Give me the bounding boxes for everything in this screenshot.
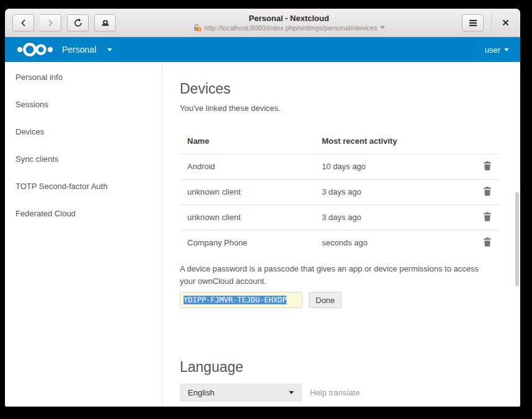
- sidebar-item-sync-clients[interactable]: Sync clients: [5, 146, 162, 173]
- nextcloud-logo: [16, 42, 55, 58]
- reload-icon: [73, 18, 83, 28]
- device-name: Android: [180, 154, 314, 179]
- back-button[interactable]: [12, 14, 34, 32]
- delete-device-icon[interactable]: [482, 211, 492, 222]
- device-password-input[interactable]: YDIPP-FJMVR-TEJDU-EHXDP: [180, 292, 303, 308]
- new-tab-icon: [100, 18, 110, 28]
- col-header-name: Name: [180, 129, 314, 154]
- browser-window: Personal - Nextcloud http://localhost:80…: [5, 9, 520, 407]
- device-password-row: YDIPP-FJMVR-TEJDU-EHXDP Done: [180, 292, 520, 308]
- help-translate-link[interactable]: Help translate: [310, 388, 360, 397]
- titlebar-center: Personal - Nextcloud http://localhost:80…: [116, 14, 462, 32]
- new-tab-button[interactable]: [94, 14, 116, 32]
- devices-table: Name Most recent activity Android 10 day…: [180, 129, 500, 255]
- device-activity: 3 days ago: [314, 179, 471, 205]
- app-menu-caret-icon: [107, 48, 112, 51]
- sidebar-item-sessions[interactable]: Sessions: [5, 91, 162, 118]
- sidebar-item-devices[interactable]: Devices: [5, 118, 162, 146]
- window-title: Personal - Nextcloud: [116, 14, 462, 24]
- user-menu-label: user: [485, 45, 500, 55]
- back-icon: [19, 19, 28, 27]
- table-row: unknown client 3 days ago: [180, 179, 500, 205]
- url-bar[interactable]: http://localhost:8080/index.php/settings…: [116, 24, 462, 32]
- url-caret-icon: [380, 26, 385, 30]
- titlebar-separator: [491, 14, 492, 32]
- table-row: unknown client 3 days ago: [180, 205, 500, 230]
- device-password-note: A device password is a passcode that giv…: [180, 263, 490, 288]
- device-activity: 3 days ago: [314, 205, 471, 230]
- user-menu[interactable]: user: [485, 45, 509, 55]
- forward-icon: [46, 19, 55, 27]
- user-menu-caret-icon: [504, 48, 509, 51]
- hamburger-menu-icon: [468, 19, 478, 27]
- titlebar-right: [462, 14, 513, 32]
- device-password-value: YDIPP-FJMVR-TEJDU-EHXDP: [184, 296, 286, 304]
- settings-sidebar: Personal info Sessions Devices Sync clie…: [5, 62, 162, 406]
- delete-device-icon[interactable]: [482, 161, 492, 171]
- device-activity: 10 days ago: [314, 154, 471, 179]
- insecure-lock-icon: [193, 24, 202, 32]
- sidebar-item-totp[interactable]: TOTP Second-factor Auth: [5, 173, 162, 200]
- nextcloud-header: Personal user: [5, 37, 520, 62]
- sidebar-item-personal-info[interactable]: Personal info: [5, 64, 162, 91]
- device-name: unknown client: [180, 205, 314, 230]
- menu-button[interactable]: [462, 14, 484, 32]
- reload-button[interactable]: [67, 14, 89, 32]
- scrollbar-thumb[interactable]: [515, 192, 519, 286]
- devices-panel: Devices You've linked these devices. Nam…: [162, 62, 520, 406]
- language-row: English Help translate: [180, 384, 520, 402]
- table-row: Company Phone seconds ago: [180, 230, 500, 255]
- language-selected-value: English: [188, 388, 215, 397]
- devices-title: Devices: [180, 81, 520, 97]
- col-header-activity: Most recent activity: [314, 129, 471, 154]
- app-menu[interactable]: Personal: [16, 42, 112, 58]
- app-menu-label: Personal: [62, 45, 96, 55]
- device-name: Company Phone: [180, 230, 314, 255]
- delete-device-icon[interactable]: [482, 186, 492, 196]
- settings-content: Personal info Sessions Devices Sync clie…: [5, 62, 520, 406]
- close-button[interactable]: [498, 15, 513, 30]
- language-title: Language: [180, 359, 520, 376]
- table-row: Android 10 days ago: [180, 154, 500, 179]
- forward-button[interactable]: [40, 14, 61, 32]
- history-nav: [12, 14, 61, 32]
- language-select[interactable]: English: [180, 384, 302, 402]
- close-icon: [502, 19, 510, 27]
- delete-device-icon[interactable]: [482, 237, 492, 247]
- devices-subtitle: You've linked these devices.: [180, 104, 520, 113]
- device-activity: seconds ago: [314, 230, 471, 255]
- done-button[interactable]: Done: [309, 292, 342, 308]
- select-caret-icon: [289, 391, 294, 394]
- titlebar: Personal - Nextcloud http://localhost:80…: [5, 9, 520, 37]
- sidebar-item-federated-cloud[interactable]: Federated Cloud: [5, 200, 162, 227]
- url-text: http://localhost:8080/index.php/settings…: [205, 24, 378, 32]
- device-name: unknown client: [180, 179, 314, 205]
